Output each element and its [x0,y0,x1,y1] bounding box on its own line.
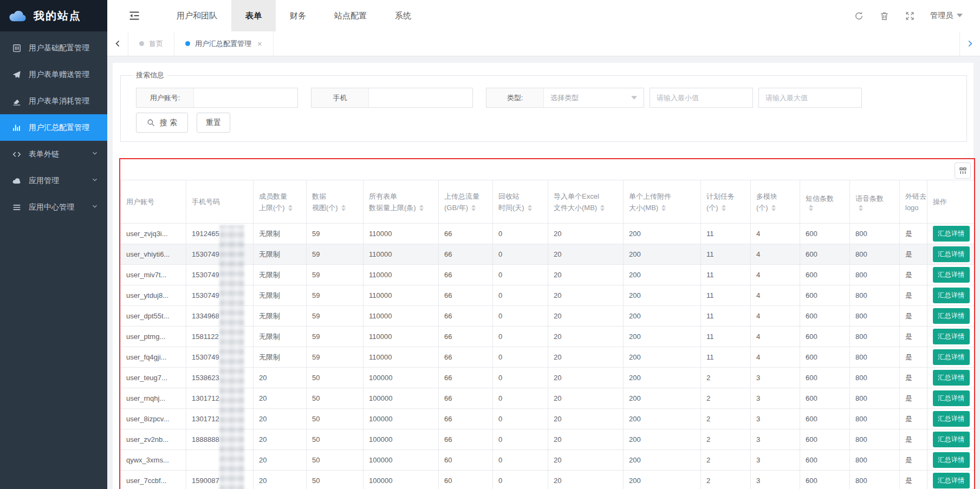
cell-account: user_8izpcv... [121,409,186,429]
fullscreen-icon[interactable] [905,11,915,21]
cell-phone: 1590087 [186,471,254,489]
cell-excel_size: 20 [548,368,624,388]
caret-down-icon [957,14,963,18]
cell-recycle_days: 0 [493,429,548,450]
type-select[interactable]: 选择类型 [544,88,644,107]
trash-icon[interactable] [879,11,890,21]
page-tab-0[interactable]: 首页 [128,31,174,56]
column-header-data_views[interactable]: 数据视图(个) [307,180,364,224]
table-row-1: user_vhiyti6...1530749无限制591100006602020… [121,244,975,265]
sort-carets-icon[interactable] [288,205,293,211]
sort-carets-icon[interactable] [722,205,726,211]
sidebar-item-1[interactable]: 用户表单赠送管理 [0,61,107,88]
admin-dropdown[interactable]: 管理员 [930,11,963,21]
sort-carets-icon[interactable] [771,205,776,211]
cell-member_limit: 无限制 [254,306,307,327]
chevron-left-icon[interactable] [107,31,128,56]
sidebar-item-2[interactable]: 用户表单消耗管理 [0,88,107,114]
cell-sms_count: 600 [800,388,850,409]
cell-delogo: 是 [900,347,927,368]
summary-detail-button[interactable]: 汇总详情 [933,288,970,303]
phone-label: 手机 [311,88,369,107]
cell-recycle_days: 0 [493,347,548,368]
bar-chart-icon [12,123,22,133]
page-tab-1[interactable]: 用户汇总配置管理× [174,31,274,56]
column-header-member_limit[interactable]: 成员数量上限(个) [254,180,307,224]
column-header-upload_traffic[interactable]: 上传总流量(GB/年) [439,180,493,224]
sidebar-item-0[interactable]: 用户基础配置管理 [0,35,107,61]
cell-sms_count: 600 [800,471,850,489]
cell-form_data_limit: 100000 [364,368,439,388]
cell-voice_count: 800 [850,347,900,368]
summary-detail-button[interactable]: 汇总详情 [933,226,970,242]
sort-carets-icon[interactable] [809,205,813,211]
sort-carets-icon[interactable] [859,205,863,211]
cell-voice_count: 800 [850,388,900,409]
collapse-menu-icon[interactable] [128,9,141,22]
cell-attachment_size: 200 [624,471,701,489]
cell-delogo: 是 [900,244,927,265]
cell-multi_modules: 4 [751,285,800,306]
sidebar-item-6[interactable]: 应用中心管理 [0,194,107,220]
cell-upload_traffic: 66 [439,388,493,409]
column-header-form_data_limit[interactable]: 所有表单数据量上限(条) [364,180,439,224]
search-button[interactable]: 搜 索 [136,113,188,133]
summary-detail-button[interactable]: 汇总详情 [933,370,970,386]
sort-carets-icon[interactable] [341,205,346,211]
summary-detail-button[interactable]: 汇总详情 [933,411,970,427]
summary-detail-button[interactable]: 汇总详情 [933,473,970,488]
summary-detail-button[interactable]: 汇总详情 [933,267,970,283]
cell-upload_traffic: 66 [439,347,493,368]
sort-carets-icon[interactable] [661,205,666,211]
summary-detail-button[interactable]: 汇总详情 [933,390,970,406]
sort-carets-icon[interactable] [419,205,424,211]
chevron-right-icon[interactable] [959,31,980,56]
summary-detail-button[interactable]: 汇总详情 [933,432,970,447]
module-tab-3[interactable]: 站点配置 [320,0,381,31]
sidebar-item-3[interactable]: 用户汇总配置管理 [0,114,107,141]
cell-data_views: 50 [307,388,364,409]
module-tab-4[interactable]: 系统 [381,0,425,31]
phone-input[interactable] [369,88,472,107]
min-value-input[interactable] [650,88,753,108]
column-header-multi_modules[interactable]: 多模块(个) [751,180,800,224]
account-input[interactable] [194,88,297,107]
sidebar-item-5[interactable]: 应用管理 [0,167,107,194]
column-settings-button[interactable] [955,162,971,179]
summary-detail-button[interactable]: 汇总详情 [933,452,970,468]
column-header-plan_tasks[interactable]: 计划任务(个) [701,180,751,224]
content-area: 搜索信息 用户账号: 手机 类型: 选择类型 [107,56,980,489]
column-header-voice_count[interactable]: 语音条数 [850,180,900,224]
column-header-recycle_days[interactable]: 回收站时间(天) [493,180,548,224]
close-icon[interactable]: × [257,40,262,48]
cell-excel_size: 20 [548,265,624,285]
cell-delogo: 是 [900,471,927,489]
cell-account: user_teug7... [121,368,186,388]
cell-form_data_limit: 100000 [364,409,439,429]
summary-detail-button[interactable]: 汇总详情 [933,349,970,365]
reset-button[interactable]: 重置 [197,113,230,133]
column-header-attachment_size[interactable]: 单个上传附件大小(MB) [624,180,701,224]
module-tab-0[interactable]: 用户和团队 [163,0,231,31]
navbar-actions: 管理员 [854,0,963,31]
summary-detail-button[interactable]: 汇总详情 [933,246,970,262]
sort-carets-icon[interactable] [528,205,532,211]
column-header-excel_size[interactable]: 导入单个Excel文件大小(MB) [548,180,624,224]
summary-detail-button[interactable]: 汇总详情 [933,329,970,344]
column-header-sms_count[interactable]: 短信条数 [800,180,850,224]
cell-recycle_days: 0 [493,388,548,409]
cell-attachment_size: 200 [624,224,701,244]
cell-phone: 1334968 [186,306,254,327]
sort-carets-icon[interactable] [471,205,476,211]
cell-plan_tasks: 11 [701,224,751,244]
module-tab-2[interactable]: 财务 [276,0,320,31]
cell-action: 汇总详情 [927,224,975,244]
sidebar-item-4[interactable]: 表单外链 [0,141,107,167]
refresh-icon[interactable] [854,11,864,21]
table-row-12: user_7ccbf...159008720501000006002020023… [121,471,975,489]
module-tab-1[interactable]: 表单 [231,0,276,31]
summary-detail-button[interactable]: 汇总详情 [933,308,970,324]
cell-recycle_days: 0 [493,327,548,347]
max-value-input[interactable] [758,88,862,108]
sort-carets-icon[interactable] [600,205,605,211]
